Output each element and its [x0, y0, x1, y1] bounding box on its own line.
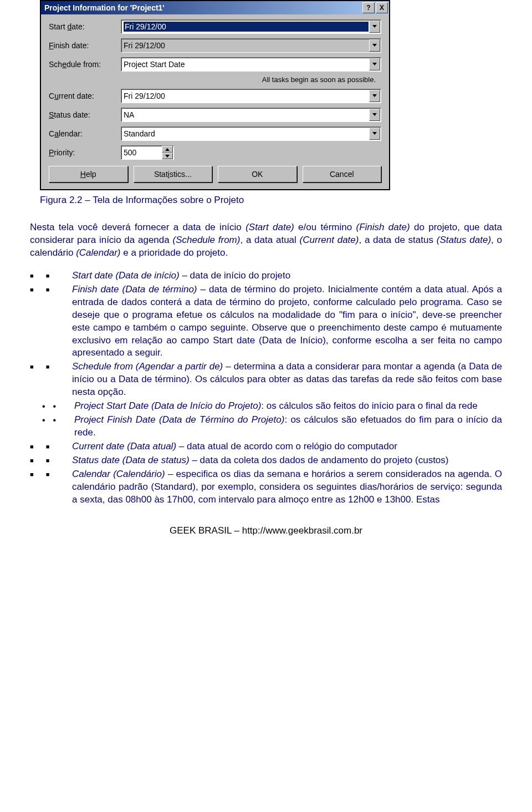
list-item: ■■Start date (Data de início) – data de … — [30, 270, 502, 282]
question-icon: ? — [366, 4, 370, 11]
dialog-titlebar[interactable]: Project Information for 'Project1' ? X — [41, 1, 389, 14]
chevron-up-icon[interactable] — [162, 146, 173, 153]
list-item-text: Project Finish Date (Data de Término do … — [72, 414, 502, 439]
status-date-value: NA — [124, 110, 369, 119]
chevron-down-icon[interactable] — [369, 58, 380, 70]
schedule-from-label: Schedule from: — [49, 60, 121, 69]
priority-field[interactable]: 500 — [121, 145, 174, 160]
svg-marker-1 — [372, 44, 377, 47]
intro-text: Nesta tela você deverá fornecer a data d… — [30, 222, 502, 258]
bullet-square-icon: ■■ — [30, 454, 72, 467]
chevron-down-icon[interactable] — [162, 153, 173, 159]
dialog-body: Start date: Fri 29/12/00 Finish date: Fr… — [41, 14, 389, 189]
priority-value: 500 — [124, 148, 161, 157]
list-item: ••Project Finish Date (Data de Término d… — [42, 414, 502, 439]
finish-date-value: Fri 29/12/00 — [124, 41, 369, 50]
list-item-text: Schedule from (Agendar a partir de) – de… — [72, 361, 502, 399]
chevron-down-icon[interactable] — [369, 128, 380, 140]
list-item: ••Project Start Date (Data de Início do … — [42, 400, 502, 413]
svg-marker-6 — [165, 148, 170, 151]
help-titlebar-button[interactable]: ? — [362, 2, 375, 13]
calendar-value: Standard — [124, 129, 369, 138]
status-date-label: Status date: — [49, 110, 121, 119]
svg-marker-2 — [372, 63, 377, 65]
close-titlebar-button[interactable]: X — [376, 2, 388, 13]
schedule-from-field[interactable]: Project Start Date — [121, 57, 381, 72]
calendar-label: Calendar: — [49, 129, 121, 138]
current-date-field[interactable]: Fri 29/12/00 — [121, 89, 381, 103]
svg-marker-4 — [372, 113, 377, 116]
figure-caption: Figura 2.2 – Tela de Informações sobre o… — [40, 195, 532, 206]
bullet-square-icon: ■■ — [30, 270, 72, 282]
list-item-text: Start date (Data de início) – data de in… — [72, 270, 502, 282]
chevron-down-icon[interactable] — [369, 90, 380, 102]
chevron-down-icon[interactable] — [369, 21, 380, 33]
bullet-square-icon: ■■ — [30, 361, 72, 399]
statistics-button[interactable]: Statistics... — [134, 166, 213, 182]
ok-button[interactable]: OK — [218, 166, 297, 182]
bullet-dot-icon: •• — [42, 400, 72, 413]
svg-marker-7 — [165, 155, 170, 158]
dialog-title: Project Information for 'Project1' — [44, 3, 361, 12]
list-item-text: Status date (Data de status) – data da c… — [72, 454, 502, 467]
schedule-hint: All tasks begin as soon as possible. — [121, 75, 381, 84]
help-button[interactable]: Help — [49, 166, 128, 182]
list-item: ■■Current date (Data atual) – data atual… — [30, 440, 502, 453]
page-footer: GEEK BRASIL – http://www.geekbrasil.com.… — [0, 525, 532, 536]
start-date-label: Start date: — [49, 22, 121, 31]
list-item: ■■Schedule from (Agendar a partir de) – … — [30, 361, 502, 399]
cancel-button[interactable]: Cancel — [303, 166, 382, 182]
svg-marker-3 — [372, 94, 377, 97]
bullet-dot-icon: •• — [42, 414, 72, 439]
current-date-value: Fri 29/12/00 — [124, 92, 369, 100]
field-descriptions-list: ■■Start date (Data de início) – data de … — [30, 270, 502, 506]
list-item-text: Finish date (Data de término) – data de … — [72, 283, 502, 360]
finish-date-label: Finish date: — [49, 41, 121, 50]
svg-marker-0 — [372, 25, 377, 28]
finish-date-field[interactable]: Fri 29/12/00 — [121, 38, 381, 53]
list-item: ■■Finish date (Data de término) – data d… — [30, 283, 502, 360]
svg-marker-5 — [372, 132, 377, 135]
bullet-square-icon: ■■ — [30, 440, 72, 453]
bullet-square-icon: ■■ — [30, 468, 72, 506]
project-info-dialog: Project Information for 'Project1' ? X S… — [40, 0, 390, 190]
chevron-down-icon[interactable] — [369, 109, 380, 121]
list-item-text: Project Start Date (Data de Início do Pr… — [72, 400, 502, 413]
intro-paragraph: Nesta tela você deverá fornecer a data d… — [30, 221, 502, 260]
bullet-square-icon: ■■ — [30, 283, 72, 360]
current-date-label: Current date: — [49, 92, 121, 100]
start-date-field[interactable]: Fri 29/12/00 — [121, 19, 381, 34]
close-icon: X — [380, 4, 384, 11]
list-item-text: Current date (Data atual) – data atual d… — [72, 440, 502, 453]
list-item-text: Calendar (Calendário) – especifica os di… — [72, 468, 502, 506]
chevron-down-icon[interactable] — [369, 39, 380, 52]
calendar-field[interactable]: Standard — [121, 126, 381, 141]
start-date-value: Fri 29/12/00 — [124, 22, 369, 32]
priority-spinner[interactable] — [162, 146, 173, 159]
status-date-field[interactable]: NA — [121, 108, 381, 122]
schedule-from-value: Project Start Date — [124, 60, 369, 69]
priority-label: Priority: — [49, 148, 121, 157]
list-item: ■■Calendar (Calendário) – especifica os … — [30, 468, 502, 506]
list-item: ■■Status date (Data de status) – data da… — [30, 454, 502, 467]
